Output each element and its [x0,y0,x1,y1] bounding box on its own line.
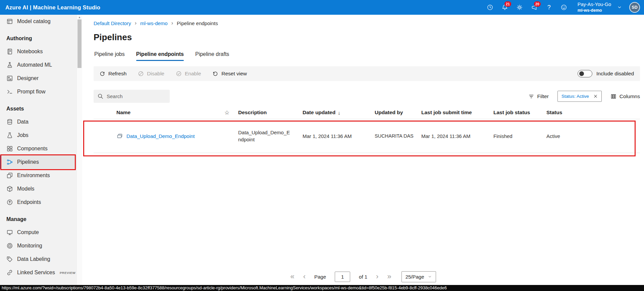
sidebar-item-label: Components [17,146,48,152]
search-input[interactable] [107,93,166,99]
sidebar-item-compute[interactable]: Compute [0,226,76,239]
subscription-name: Pay-As-You-Go [578,1,611,8]
sidebar-item-components[interactable]: Components [0,142,76,155]
breadcrumb-directory-link[interactable]: Default Directory [94,20,131,26]
history-icon [487,4,493,11]
breadcrumb-separator-icon: › [171,20,173,26]
tab-pipeline-jobs[interactable]: Pipeline jobs [94,51,125,61]
pipelines-icon [6,159,13,165]
topbar-actions: 21 20 ? Pay-As-You-Go ml-ws-demo SD [484,1,640,14]
breadcrumb-workspace-link[interactable]: ml-ws-demo [140,20,168,26]
columns-label: Columns [620,93,640,99]
sidebar-item-label: Compute [17,229,39,235]
sidebar-item-label: Automated ML [17,62,52,68]
automated-ml-icon [6,62,13,68]
history-button[interactable] [484,1,496,14]
monitoring-icon [6,242,13,249]
search-box[interactable] [94,90,170,103]
avatar[interactable]: SD [629,2,640,13]
column-header-status[interactable]: Status [546,110,640,116]
page-size-select[interactable]: 25/Page [401,271,436,282]
columns-button[interactable]: Columns [610,93,640,99]
sidebar-item-label: Pipelines [17,159,39,165]
include-disabled-label: Include disabled [596,71,634,77]
sidebar-item-label: Endpoints [17,199,41,205]
account-switcher[interactable]: Pay-As-You-Go ml-ws-demo [578,1,611,13]
sidebar-item-monitoring[interactable]: Monitoring [0,239,76,252]
next-page-button[interactable]: › [376,273,378,280]
refresh-icon [99,71,105,77]
sidebar-item-notebooks[interactable]: Notebooks [0,45,76,58]
account-dropdown-button[interactable] [614,1,625,14]
search-icon [97,93,104,99]
sidebar-item-jobs[interactable]: Jobs [0,129,76,142]
sidebar-item-linked-services[interactable]: Linked Services PREVIEW [0,266,76,279]
chevron-down-icon [617,5,622,10]
column-header-description[interactable]: Description [238,110,303,116]
columns-icon [610,93,616,99]
page-label: Page [314,274,326,280]
reset-view-button[interactable]: Reset view [207,66,253,81]
last-job-status-cell: Finished [493,133,546,139]
sidebar-item-automated-ml[interactable]: Automated ML [0,58,76,72]
reset-view-icon [212,71,218,77]
sidebar-item-designer[interactable]: Designer [0,72,76,85]
refresh-button[interactable]: Refresh [94,66,132,81]
sidebar-item-label: Models [17,186,35,192]
feedback-button[interactable] [557,1,570,14]
data-icon [6,119,13,125]
designer-icon [6,75,13,82]
announcements-badge: 20 [534,1,541,7]
tab-pipeline-drafts[interactable]: Pipeline drafts [195,51,229,61]
sidebar-item-data[interactable]: Data [0,115,76,129]
table-row[interactable]: Data_Upload_Demo_Endpoint Data_Upload_De… [94,119,640,153]
notifications-badge: 21 [504,1,511,7]
column-header-label: Date updated [303,110,335,116]
pipeline-endpoints-table: Name ☆ Description Date updated ↓ Update… [94,106,640,153]
column-header-last-job-status[interactable]: Last job status [493,110,546,116]
sidebar-scrollbar[interactable]: ▲ [76,15,82,285]
app-window: Azure AI | Machine Learning Studio 21 20… [0,0,644,291]
sidebar-item-endpoints[interactable]: Endpoints [0,196,76,209]
column-header-updated-by[interactable]: Updated by [375,110,421,116]
sidebar: Model catalog Authoring Notebooks Automa… [0,15,82,285]
last-page-button[interactable]: » [387,273,391,280]
enable-button[interactable]: Enable [170,66,207,81]
sidebar-item-data-labeling[interactable]: Data Labeling [0,252,76,266]
page-number-input[interactable] [335,272,350,282]
sidebar-item-environments[interactable]: Environments [0,169,76,182]
page-size-value: 25/Page [406,274,424,280]
previous-page-button[interactable]: ‹ [303,273,306,280]
close-icon[interactable] [593,94,598,98]
tab-pipeline-endpoints[interactable]: Pipeline endpoints [136,51,184,61]
pagination: « ‹ Page of 1 › » 25/Page [82,270,644,283]
column-header-date-updated[interactable]: Date updated ↓ [303,110,375,116]
favorite-star-icon[interactable]: ☆ [224,109,238,116]
scroll-up-icon[interactable]: ▲ [77,16,82,19]
components-icon [6,145,13,152]
feedback-smiley-icon [560,4,567,11]
notifications-button[interactable]: 21 [498,1,511,14]
include-disabled-toggle[interactable] [578,70,592,77]
pipeline-endpoint-link[interactable]: Data_Upload_Demo_Endpoint [126,133,195,139]
filter-button[interactable]: Filter [528,93,549,99]
sidebar-item-pipelines[interactable]: Pipelines [0,155,76,169]
first-page-button[interactable]: « [290,273,294,280]
settings-button[interactable] [513,1,526,14]
sidebar-item-label: Notebooks [17,49,43,55]
status-active-filter-chip[interactable]: Status: Active [557,91,602,102]
disable-icon [138,71,144,77]
disable-button[interactable]: Disable [132,66,170,81]
sidebar-item-models[interactable]: Models [0,182,76,196]
sidebar-item-prompt-flow[interactable]: Prompt flow [0,85,76,98]
announcements-button[interactable]: 20 [528,1,541,14]
sidebar-item-model-catalog[interactable]: Model catalog [0,15,76,28]
column-header-last-job-submit-time[interactable]: Last job submit time [421,110,493,116]
command-bar: Refresh Disable Enable Reset view Includ… [94,66,640,81]
column-header-name[interactable]: Name [94,110,224,116]
help-button[interactable]: ? [543,1,555,14]
include-disabled-control: Include disabled [578,70,640,77]
sidebar-heading-assets: Assets [0,102,76,115]
sidebar-scrollbar-thumb[interactable] [77,19,82,68]
updated-by-cell: SUCHARITA DAS [375,133,421,139]
